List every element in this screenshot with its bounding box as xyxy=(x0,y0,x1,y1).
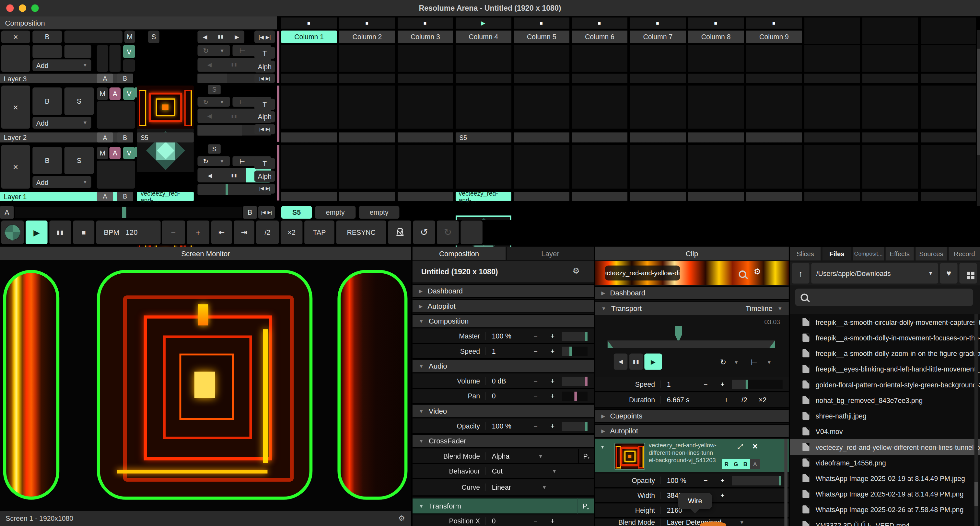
layer1-a-crossfade-button[interactable]: A xyxy=(97,192,113,201)
skip-end-button[interactable]: ▶| xyxy=(267,210,272,215)
crossfader-handle[interactable] xyxy=(122,207,126,218)
clip-grid-row-extra[interactable] xyxy=(804,17,977,44)
section-transform[interactable]: ▼ Transform P▾ xyxy=(412,498,594,514)
column9-stop-icon[interactable]: ■ xyxy=(770,17,778,29)
composition-master-button[interactable]: M xyxy=(124,30,135,43)
minus-button[interactable]: − xyxy=(528,347,543,355)
layer1-s-button[interactable]: S xyxy=(208,144,221,154)
layer2-bypass-button[interactable]: B xyxy=(32,87,62,115)
layer3-prev-button[interactable]: ◀ xyxy=(207,62,212,68)
file-row[interactable]: freepik__a-smooth-dolly-in-movement-focu… xyxy=(790,330,980,345)
file-row[interactable]: WhatsApp Image 2025-02-26 at 7.58.48 PM.… xyxy=(790,502,980,517)
plus-button[interactable]: + xyxy=(543,392,562,400)
clip-section-autopilot[interactable]: ▶Autopilot xyxy=(595,424,789,438)
column2-header[interactable]: Column 2 xyxy=(339,30,395,43)
param-value[interactable]: 100 % xyxy=(660,477,698,484)
composition-pause-button[interactable]: ▮▮ xyxy=(218,34,224,39)
param-value[interactable]: 100 % xyxy=(485,332,528,340)
layer2-loop-dropdown[interactable]: ↻ ▼ xyxy=(197,97,230,107)
minus-button[interactable]: − xyxy=(702,396,717,404)
layer2-pause-button[interactable]: ▮▮ xyxy=(231,113,237,118)
speed-slider[interactable] xyxy=(562,346,587,356)
file-row[interactable]: nohat_bg_removed_843e7ee3.png xyxy=(790,392,980,408)
file-row[interactable]: golden-floral-pattern-oriental-style-gre… xyxy=(790,377,980,392)
column6-stop-icon[interactable]: ■ xyxy=(596,17,603,29)
layer1-m-button[interactable]: M xyxy=(97,147,108,159)
layer2-v-button[interactable]: V xyxy=(123,87,135,100)
stop-button[interactable]: ■ xyxy=(73,221,95,244)
crossfader-b-label[interactable]: B xyxy=(243,206,257,219)
param-value[interactable]: 0 xyxy=(485,392,528,400)
channel-b-button[interactable]: B xyxy=(743,461,748,467)
plus-button[interactable]: + xyxy=(543,517,562,524)
composition-bypass-button[interactable]: B xyxy=(32,30,62,43)
param-value[interactable]: 0 dB xyxy=(485,377,528,385)
column1-stop-icon[interactable]: ■ xyxy=(305,17,312,29)
chevron-down-icon[interactable]: ▼ xyxy=(538,453,543,459)
param-value[interactable]: Cut xyxy=(485,467,552,475)
layer2-blend-dropdown[interactable]: Add ▼ xyxy=(32,117,91,129)
param-value[interactable]: 100 % xyxy=(485,422,528,430)
master-slider[interactable] xyxy=(562,331,587,341)
duration-half-button[interactable]: /2 xyxy=(736,396,753,404)
undo-button[interactable]: ↺ xyxy=(413,221,435,244)
cue-empty1-button[interactable]: empty xyxy=(315,206,355,219)
minus-button[interactable]: − xyxy=(698,380,713,388)
timeline-track[interactable] xyxy=(608,340,775,348)
layer1-pause-button[interactable]: ▮▮ xyxy=(223,168,246,182)
tap-button[interactable]: TAP xyxy=(304,221,334,244)
clip-section-transport[interactable]: ▼Transport Timeline ▼ xyxy=(595,301,789,316)
clip-speed-slider[interactable] xyxy=(732,380,782,389)
layer2-prev-button[interactable]: ◀ xyxy=(207,113,212,119)
param-value[interactable]: 1 xyxy=(485,347,528,355)
skip-end-button[interactable]: ▶| xyxy=(266,127,270,132)
pause-button[interactable]: ▮▮ xyxy=(49,221,71,244)
skip-start-button[interactable]: |◀ xyxy=(259,127,264,132)
layer3-alpha-button[interactable]: Alph xyxy=(255,60,275,73)
metronome-button[interactable] xyxy=(388,221,411,244)
crossfader-a-label[interactable]: A xyxy=(0,206,14,219)
clip-panel-scrollbar[interactable] xyxy=(784,439,788,526)
files-scrollbar-thumb[interactable] xyxy=(975,482,978,506)
param-value[interactable]: 1 xyxy=(660,380,698,388)
layer2-clip-label[interactable]: S5 xyxy=(137,132,194,143)
layer1-solo-button[interactable]: S xyxy=(65,147,94,174)
layer1-alpha-button[interactable]: Alph xyxy=(255,170,275,182)
files-scrollbar[interactable] xyxy=(975,314,978,526)
gear-icon[interactable]: ⚙ xyxy=(754,267,761,276)
bpm-plus-button[interactable]: + xyxy=(187,221,209,244)
column8-stop-icon[interactable]: ■ xyxy=(712,17,719,29)
section-dashboard[interactable]: ▶Dashboard xyxy=(412,284,594,298)
file-row[interactable]: V04.mov xyxy=(790,424,980,439)
clip-opacity-slider[interactable] xyxy=(732,476,781,485)
bpm-double-button[interactable]: ×2 xyxy=(281,221,303,244)
clip-section-cuepoints[interactable]: ▶Cuepoints xyxy=(595,409,789,423)
layer1-t-button[interactable]: T xyxy=(255,158,275,169)
opacity-slider[interactable] xyxy=(562,421,587,431)
clip-cell-neon-label[interactable]: vecteezy_red-and-... xyxy=(456,192,511,201)
crossfader-track[interactable] xyxy=(15,207,242,218)
composition-mode-button[interactable] xyxy=(1,221,24,244)
cue-s5-button[interactable]: S5 xyxy=(281,206,312,219)
folder-up-button[interactable]: ↑ xyxy=(792,263,809,284)
monitor-header[interactable]: Screen Monitor xyxy=(0,247,411,260)
skip-start-button[interactable]: |◀ xyxy=(259,76,264,81)
redo-button[interactable]: ↻ xyxy=(437,221,459,244)
param-p-button[interactable]: P▾ xyxy=(578,449,594,463)
clip-grid-row-layer1[interactable] xyxy=(281,145,977,189)
file-row[interactable]: freepik__eyes-blinking-and-left-hand-lit… xyxy=(790,361,980,377)
clip-loop-dropdown[interactable]: ↻ ▼ xyxy=(716,356,743,369)
param-value[interactable]: 0 xyxy=(485,517,528,524)
layer1-clip-label[interactable]: vecteezy_red-and-... xyxy=(137,192,194,201)
clip-direction-dropdown[interactable]: ⊢ ▼ xyxy=(746,356,776,369)
minus-button[interactable]: − xyxy=(528,377,543,385)
layer2-solo-button[interactable]: S xyxy=(65,87,94,115)
layer2-a-button[interactable]: A xyxy=(109,87,121,100)
minus-button[interactable]: − xyxy=(528,332,543,340)
clip-grid-scrollbar[interactable] xyxy=(977,30,980,206)
layer3-name-bar[interactable]: Layer 3 xyxy=(0,74,133,83)
bpm-half-button[interactable]: /2 xyxy=(256,221,279,244)
layer1-blend-dropdown[interactable]: Add ▼ xyxy=(32,176,91,188)
plus-button[interactable]: + xyxy=(717,396,736,404)
chevron-down-icon[interactable]: ▼ xyxy=(739,520,744,525)
